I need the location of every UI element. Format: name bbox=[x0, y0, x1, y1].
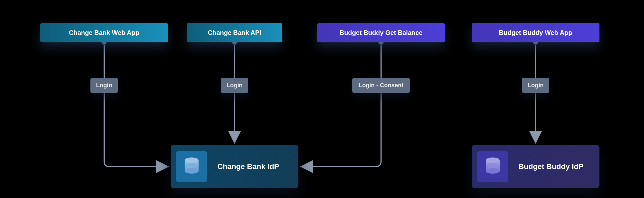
database-icon bbox=[477, 151, 508, 182]
node-label: Change Bank IdP bbox=[217, 162, 279, 171]
edge-label-text: Login bbox=[528, 82, 544, 89]
edge-label-login-consent: Login - Consent bbox=[352, 78, 410, 93]
edge-label-text: Login - Consent bbox=[358, 82, 403, 89]
node-change-bank-idp: Change Bank IdP bbox=[171, 145, 298, 188]
svg-point-5 bbox=[486, 168, 500, 174]
svg-point-2 bbox=[185, 168, 199, 174]
node-change-bank-api: Change Bank API bbox=[187, 23, 282, 42]
edge-label-login: Login bbox=[522, 78, 549, 93]
node-budget-buddy-idp: Budget Buddy IdP bbox=[472, 145, 599, 188]
edge-bbbal-to-idp bbox=[302, 42, 381, 167]
node-label: Budget Buddy Web App bbox=[499, 29, 572, 36]
edge-label-text: Login bbox=[226, 82, 243, 89]
database-icon bbox=[176, 151, 207, 182]
node-change-bank-web-app: Change Bank Web App bbox=[40, 23, 168, 42]
edge-cbweb-to-idp bbox=[104, 42, 167, 167]
node-label: Budget Buddy IdP bbox=[518, 162, 584, 171]
edge-label-login: Login bbox=[221, 78, 248, 93]
node-label: Budget Buddy Get Balance bbox=[339, 29, 422, 36]
node-label: Change Bank API bbox=[208, 29, 261, 36]
node-budget-buddy-get-balance: Budget Buddy Get Balance bbox=[317, 23, 445, 42]
node-budget-buddy-web-app: Budget Buddy Web App bbox=[472, 23, 599, 42]
node-label: Change Bank Web App bbox=[69, 29, 140, 36]
edge-label-text: Login bbox=[96, 82, 112, 89]
edge-label-login: Login bbox=[90, 78, 118, 93]
